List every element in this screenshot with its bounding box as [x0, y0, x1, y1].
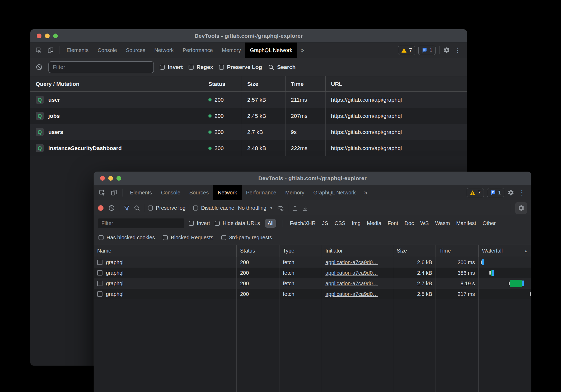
tab-elements[interactable]: Elements — [62, 43, 93, 58]
tab-memory[interactable]: Memory — [217, 43, 245, 58]
column-header-time[interactable]: Time — [285, 76, 325, 91]
hide-data-urls-checkbox[interactable]: Hide data URLs — [215, 220, 260, 226]
tab-network[interactable]: Network — [213, 185, 241, 200]
more-options-icon[interactable]: ⋮ — [453, 46, 462, 54]
block-icon[interactable] — [36, 64, 43, 71]
preserve-log-checkbox[interactable]: Preserve log — [148, 205, 185, 211]
tab-memory[interactable]: Memory — [281, 185, 309, 200]
export-har-icon[interactable] — [302, 205, 308, 212]
record-button[interactable] — [98, 205, 104, 211]
filter-type-all[interactable]: All — [265, 219, 276, 228]
regex-checkbox[interactable]: Regex — [189, 64, 213, 70]
issues-badge[interactable]: 1 — [487, 188, 504, 197]
row-checkbox[interactable] — [97, 260, 102, 265]
tab-console[interactable]: Console — [93, 43, 121, 58]
close-button[interactable] — [100, 176, 105, 181]
checkbox[interactable] — [189, 221, 194, 226]
titlebar[interactable]: DevTools - gitlab.com/-/graphql-explorer — [94, 172, 531, 185]
checkbox[interactable] — [189, 65, 194, 70]
tab-sources[interactable]: Sources — [121, 43, 150, 58]
checkbox[interactable] — [193, 206, 198, 211]
checkbox[interactable] — [219, 65, 224, 70]
warnings-badge[interactable]: 7 — [398, 46, 415, 55]
has-blocked-cookies-checkbox[interactable]: Has blocked cookies — [99, 235, 155, 241]
inspect-element-icon[interactable] — [30, 43, 45, 58]
preserve-log-checkbox[interactable]: Preserve Log — [219, 64, 262, 70]
close-button[interactable] — [37, 34, 41, 38]
tab-console[interactable]: Console — [156, 185, 185, 200]
column-header-time[interactable]: Time — [436, 245, 478, 257]
filter-input[interactable] — [48, 61, 154, 73]
more-tabs-icon[interactable]: » — [360, 185, 371, 200]
warnings-badge[interactable]: 7 — [467, 188, 484, 197]
settings-gear-icon[interactable] — [443, 47, 450, 54]
request-row[interactable]: graphql200fetchapplication-a7ca9d0…2.5 k… — [94, 289, 531, 299]
throttling-select[interactable]: No throttling ▼ — [238, 205, 273, 211]
minimize-button[interactable] — [108, 176, 113, 181]
checkbox[interactable] — [221, 235, 226, 240]
initiator-link[interactable]: application-a7ca9d0… — [325, 281, 378, 287]
request-row[interactable]: graphql200fetchapplication-a7ca9d0…2.4 k… — [94, 268, 531, 278]
filter-type-font[interactable]: Font — [387, 219, 399, 228]
filter-type-fetch-xhr[interactable]: Fetch/XHR — [289, 219, 316, 228]
titlebar[interactable]: DevTools - gitlab.com/-/graphql-explorer — [30, 29, 467, 43]
invert-checkbox[interactable]: Invert — [189, 220, 210, 226]
invert-checkbox[interactable]: Invert — [160, 64, 183, 70]
checkbox[interactable] — [215, 221, 220, 226]
filter-input[interactable] — [98, 218, 184, 228]
tab-graphql-network[interactable]: GraphQL Network — [245, 43, 297, 58]
filter-type-img[interactable]: Img — [351, 219, 361, 228]
filter-type-manifest[interactable]: Manifest — [456, 219, 477, 228]
column-header-name[interactable]: Name — [94, 245, 236, 257]
device-toolbar-icon[interactable] — [108, 185, 120, 200]
disable-cache-checkbox[interactable]: Disable cache — [193, 205, 234, 211]
import-har-icon[interactable] — [292, 205, 298, 212]
column-header-status[interactable]: Status — [236, 245, 279, 257]
filter-type-js[interactable]: JS — [321, 219, 329, 228]
query-row-users[interactable]: Qusers2002.7 kB9shttps://gitlab.com/api/… — [30, 124, 467, 140]
search-icon[interactable] — [134, 205, 140, 211]
minimize-button[interactable] — [45, 34, 50, 38]
tab-network[interactable]: Network — [150, 43, 178, 58]
more-tabs-icon[interactable]: » — [297, 43, 308, 58]
column-header-initiator[interactable]: Initiator — [322, 245, 393, 257]
filter-type-wasm[interactable]: Wasm — [434, 219, 450, 228]
column-header-size[interactable]: Size — [242, 76, 285, 91]
settings-gear-icon[interactable] — [507, 189, 514, 196]
column-header-query-mutation[interactable]: Query / Mutation — [30, 76, 203, 91]
request-row[interactable]: graphql200fetchapplication-a7ca9d0…2.6 k… — [94, 257, 531, 268]
clear-icon[interactable] — [107, 205, 116, 211]
network-conditions-icon[interactable] — [277, 205, 284, 212]
initiator-link[interactable]: application-a7ca9d0… — [325, 291, 378, 297]
column-header-waterfall[interactable]: Waterfall ▲ — [478, 245, 531, 257]
more-options-icon[interactable]: ⋮ — [517, 189, 526, 197]
row-checkbox[interactable] — [97, 270, 102, 276]
device-toolbar-icon[interactable] — [45, 43, 57, 58]
filter-type-media[interactable]: Media — [366, 219, 382, 228]
tab-elements[interactable]: Elements — [125, 185, 156, 200]
row-checkbox[interactable] — [97, 281, 102, 286]
column-header-status[interactable]: Status — [203, 76, 242, 91]
column-header-type[interactable]: Type — [279, 245, 322, 257]
checkbox[interactable] — [148, 206, 153, 211]
filter-funnel-icon[interactable] — [124, 205, 130, 211]
checkbox[interactable] — [99, 235, 104, 240]
row-checkbox[interactable] — [97, 291, 102, 297]
filter-type-css[interactable]: CSS — [334, 219, 346, 228]
tab-performance[interactable]: Performance — [178, 43, 218, 58]
query-row-instancesecuritydashboard[interactable]: QinstanceSecurityDashboard2002.48 kB222m… — [30, 140, 467, 156]
checkbox[interactable] — [160, 65, 165, 70]
request-row[interactable]: graphql200fetchapplication-a7ca9d0…2.7 k… — [94, 278, 531, 289]
tab-sources[interactable]: Sources — [185, 185, 213, 200]
network-settings-gear-icon[interactable] — [515, 202, 527, 214]
initiator-link[interactable]: application-a7ca9d0… — [325, 270, 378, 276]
column-header-size[interactable]: Size — [393, 245, 436, 257]
3rd-party-requests-checkbox[interactable]: 3rd-party requests — [221, 235, 272, 241]
filter-type-other[interactable]: Other — [482, 219, 496, 228]
column-header-url[interactable]: URL — [325, 76, 467, 91]
checkbox[interactable] — [163, 235, 168, 240]
initiator-link[interactable]: application-a7ca9d0… — [325, 259, 378, 265]
zoom-button[interactable] — [53, 34, 58, 38]
filter-type-doc[interactable]: Doc — [404, 219, 415, 228]
query-row-jobs[interactable]: Qjobs2002.45 kB207mshttps://gitlab.com/a… — [30, 108, 467, 124]
